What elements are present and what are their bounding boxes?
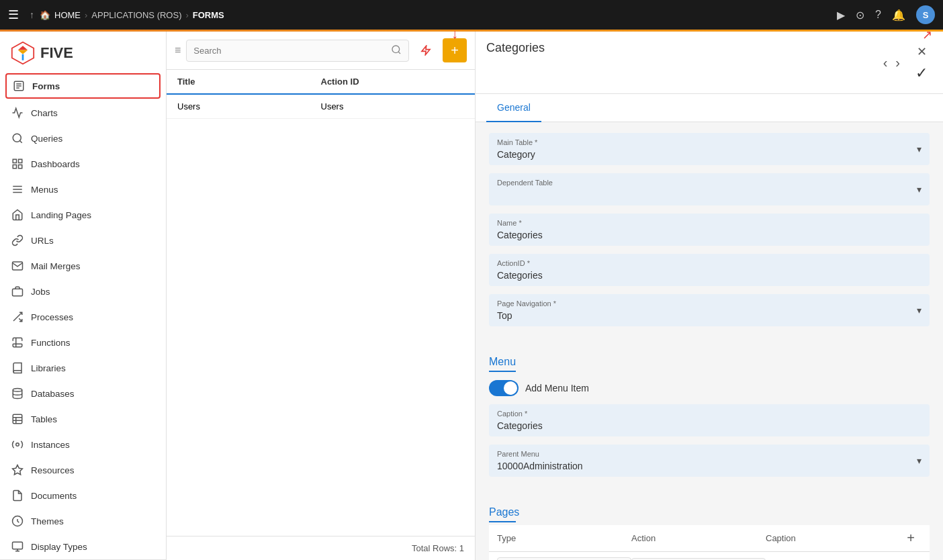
close-panel-btn[interactable]: ✕: [911, 41, 932, 62]
pages-add-button[interactable]: +: [900, 530, 922, 546]
total-rows-label: Total Rows: 1: [412, 543, 464, 553]
sidebar-item-themes[interactable]: Themes: [0, 508, 166, 534]
help-icon[interactable]: ?: [875, 9, 881, 21]
add-menu-label: Add Menu Item: [525, 383, 589, 393]
menus-icon: [11, 183, 24, 196]
caption-field[interactable]: Caption * Categories: [489, 404, 930, 436]
lightning-icon-btn[interactable]: [414, 39, 437, 62]
pages-table-header: Type Action Caption +: [489, 525, 930, 552]
dependent-table-dropdown-icon[interactable]: ▾: [917, 184, 922, 195]
sidebar-item-urls[interactable]: URLs: [0, 228, 166, 253]
nav-ros-label[interactable]: APPLICATIONS (ROS): [91, 10, 181, 20]
sidebar-item-landing-pages[interactable]: Landing Pages: [0, 202, 166, 228]
nav-prev-icon[interactable]: ‹: [881, 55, 891, 71]
sidebar-item-resources-label: Resources: [31, 465, 75, 475]
svg-rect-9: [19, 165, 22, 169]
nav-sep-2: ›: [185, 10, 188, 20]
search-icon: [391, 44, 402, 57]
svg-rect-8: [19, 159, 22, 162]
sidebar-item-charts[interactable]: Charts: [0, 100, 166, 126]
tabs: General: [476, 94, 943, 122]
table-row[interactable]: Users Users: [167, 95, 475, 119]
add-menu-toggle[interactable]: [489, 380, 519, 396]
media-icon[interactable]: ⊙: [856, 9, 864, 21]
display-types-icon: [11, 540, 24, 553]
filter-icon[interactable]: ≡: [175, 44, 181, 56]
queries-icon: [11, 132, 24, 145]
arrow-indicator-1: ↓: [451, 26, 458, 42]
processes-icon: [11, 310, 24, 324]
main-table-dropdown-icon[interactable]: ▾: [917, 144, 922, 154]
search-input[interactable]: [193, 46, 387, 56]
action-id-value: Categories: [497, 270, 922, 281]
right-header: Categories ‹ › ↗ ✕ ✓: [476, 32, 943, 94]
sidebar: FIVE Forms Charts Queries: [0, 32, 167, 560]
sidebar-item-databases[interactable]: Databases: [0, 381, 166, 406]
sidebar-item-menus[interactable]: Menus: [0, 177, 166, 202]
page-nav-label: Page Navigation *: [497, 299, 556, 308]
sidebar-nav: Forms Charts Queries Dashboards: [0, 72, 166, 559]
sidebar-item-documents-label: Documents: [31, 491, 77, 501]
tables-icon: [11, 412, 24, 426]
parent-menu-field[interactable]: Parent Menu 10000Administration ▾: [489, 445, 930, 477]
page-nav-field[interactable]: Page Navigation * Top ▾: [489, 294, 930, 326]
parent-menu-dropdown-icon[interactable]: ▾: [917, 455, 922, 466]
page-nav-dropdown-icon[interactable]: ▾: [917, 305, 922, 316]
sidebar-item-themes-label: Themes: [31, 516, 64, 526]
sidebar-item-instances[interactable]: Instances: [0, 432, 166, 457]
sidebar-item-mail-merges[interactable]: Mail Merges: [0, 253, 166, 279]
bell-icon[interactable]: 🔔: [892, 9, 905, 21]
sidebar-item-forms[interactable]: Forms: [5, 73, 161, 99]
main-table-field[interactable]: Main Table * Category ▾: [489, 133, 930, 165]
add-button[interactable]: +: [443, 38, 467, 62]
sidebar-item-jobs[interactable]: Jobs: [0, 279, 166, 304]
search-box[interactable]: [186, 40, 409, 62]
name-field[interactable]: Name * Categories: [489, 214, 930, 246]
play-icon[interactable]: ▶: [837, 9, 845, 21]
svg-line-30: [398, 52, 400, 54]
sidebar-item-processes[interactable]: Processes: [0, 304, 166, 330]
sidebar-item-libraries[interactable]: Libraries: [0, 355, 166, 381]
nav-up-icon[interactable]: ↑: [30, 9, 34, 20]
sidebar-logo: FIVE: [0, 32, 166, 72]
name-value: Categories: [497, 230, 922, 240]
dependent-table-label: Dependent Table: [497, 179, 553, 187]
svg-rect-25: [13, 542, 23, 549]
home-icon[interactable]: 🏠: [40, 10, 50, 20]
svg-point-29: [392, 46, 400, 53]
confirm-btn[interactable]: ✓: [911, 62, 932, 84]
row-action-id: Users: [321, 101, 465, 111]
sidebar-item-menus-label: Menus: [31, 185, 58, 195]
menu-icon[interactable]: ☰: [8, 7, 19, 22]
nav-home-label[interactable]: HOME: [54, 10, 81, 20]
instances-icon: [11, 438, 24, 451]
sidebar-item-queries[interactable]: Queries: [0, 126, 166, 151]
parent-menu-label: Parent Menu: [497, 450, 583, 458]
dependent-table-field[interactable]: Dependent Table ▾: [489, 173, 930, 205]
main-table-value: Category: [497, 149, 537, 160]
action-id-field[interactable]: ActionID * Categories: [489, 254, 930, 286]
sidebar-item-documents[interactable]: Documents: [0, 483, 166, 508]
sidebar-item-functions[interactable]: Functions: [0, 330, 166, 355]
menu-section-header: Menu: [476, 345, 943, 375]
middle-toolbar: ≡ ↓ +: [167, 32, 475, 70]
topbar-right-actions: ▶ ⊙ ? 🔔 S: [837, 5, 935, 24]
pages-col-type: Type: [497, 533, 631, 543]
tab-general[interactable]: General: [486, 94, 541, 122]
sidebar-item-display-types[interactable]: Display Types: [0, 534, 166, 559]
svg-point-17: [13, 389, 22, 392]
nav-next-icon[interactable]: ›: [893, 55, 903, 71]
sidebar-item-tables[interactable]: Tables: [0, 406, 166, 432]
sidebar-item-tables-label: Tables: [31, 414, 57, 424]
right-content: Main Table * Category ▾ Dependent Table …: [476, 122, 943, 560]
breadcrumb: 🏠 HOME › APPLICATIONS (ROS) › FORMS: [40, 10, 224, 20]
sidebar-item-resources[interactable]: Resources: [0, 457, 166, 483]
main-table-label: Main Table *: [497, 138, 537, 146]
sidebar-item-dashboards[interactable]: Dashboards: [0, 151, 166, 177]
caption-label: Caption *: [497, 410, 922, 418]
svg-marker-23: [13, 465, 23, 475]
page-type-select[interactable]: Form ▾: [497, 557, 631, 560]
sidebar-item-functions-label: Functions: [31, 338, 71, 348]
avatar[interactable]: S: [916, 5, 935, 24]
menu-form-section: Caption * Categories Parent Menu 10000Ad…: [476, 404, 943, 496]
